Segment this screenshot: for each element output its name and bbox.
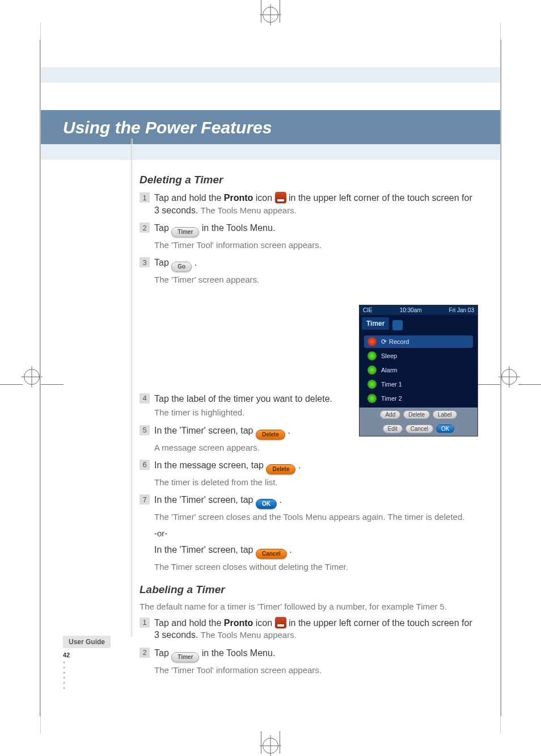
step-body: Tap and hold the Pronto icon in the uppe… (154, 192, 478, 216)
step-number: 2 (140, 222, 150, 233)
step-number: 6 (140, 460, 150, 470)
step-number: 2 (140, 648, 150, 658)
vertical-rule-shadow (132, 138, 133, 637)
step-text: . (195, 258, 197, 267)
step-text: In the message screen, tap (154, 460, 266, 470)
go-pill: Go (171, 262, 192, 272)
step-number: 5 (140, 425, 150, 435)
ss-top-center: 10:30am (400, 307, 422, 313)
step-text: icon (253, 193, 274, 203)
step-row: 3 Tap Go . (140, 257, 478, 272)
repeat-icon: ⟳ (381, 338, 387, 346)
user-guide-label: User Guide (63, 636, 111, 648)
step-sub: The 'Timer Tool' information screen appe… (154, 665, 478, 676)
step-sub-inline: The Tools Menu appears. (201, 205, 297, 215)
step-sub: The Timer screen closes without deleting… (154, 561, 478, 573)
delete-pill: Delete (266, 464, 295, 474)
step-row: 1 Tap and hold the Pronto icon in the up… (140, 192, 478, 216)
step-sub: The 'Timer Tool' information screen appe… (154, 240, 478, 251)
step-body: In the message screen, tap Delete . (154, 459, 478, 474)
step-text: Tap and hold the (154, 618, 224, 628)
step-number: 1 (140, 192, 150, 203)
ss-edit-button: Edit (383, 425, 403, 433)
ss-cancel-button: Cancel (405, 425, 433, 433)
step-row: 2 Tap Timer in the Tools Menu. (140, 222, 478, 237)
step-number: 1 (140, 618, 150, 628)
pronto-icon (275, 192, 286, 203)
step-sub: The 'Timer' screen appears. (154, 274, 478, 285)
dot-icon (367, 394, 377, 403)
step-sub: A message screen appears. (154, 442, 478, 453)
header-band-light-2 (40, 144, 501, 160)
ss-row-label: Alarm (381, 367, 398, 373)
timer-pill: Timer (171, 227, 199, 237)
step-body: Tap Go . (154, 257, 478, 272)
ss-ok-button: OK (436, 425, 454, 433)
step-text: . (289, 545, 291, 555)
step-text: In the 'Timer' screen, tap (154, 426, 256, 435)
step-text: . (279, 495, 281, 505)
dot-icon (367, 380, 377, 389)
header-band-light (40, 67, 501, 83)
page-number: 42 (63, 652, 111, 658)
delete-pill: Delete (256, 430, 285, 440)
step-sub: The 'Timer' screen closes and the Tools … (154, 511, 478, 523)
dot-icon (367, 351, 377, 360)
ss-button-row: Add Delete Label (360, 408, 477, 422)
chapter-title: Using the Power Features (40, 110, 501, 144)
pronto-icon (275, 617, 286, 628)
page-frame: Using the Power Features Deleting a Time… (40, 40, 501, 716)
content-area: Deleting a Timer 1 Tap and hold the Pron… (140, 160, 478, 676)
ss-add-button: Add (380, 410, 400, 419)
page-footer: User Guide 42 •••••• (63, 636, 111, 691)
step-row: 1 Tap and hold the Pronto icon in the up… (140, 617, 478, 641)
ss-label-button: Label (433, 410, 457, 419)
bold-word: Pronto (224, 618, 253, 628)
ss-row-label: Record (389, 338, 409, 345)
timer-pill: Timer (171, 652, 199, 662)
ss-row: Sleep (364, 350, 473, 362)
step-text: Tap (154, 648, 171, 658)
ss-row: Timer 1 (364, 378, 473, 390)
section-heading-deleting: Deleting a Timer (140, 174, 478, 186)
step-body: Tap and hold the Pronto icon in the uppe… (154, 617, 478, 641)
step-body: Tap Timer in the Tools Menu. (154, 222, 478, 237)
dot-icon (367, 366, 377, 375)
ss-tab-icon (392, 320, 403, 330)
or-separator: -or- (154, 528, 478, 538)
step-row: In the 'Timer' screen, tap Cancel . (154, 544, 478, 559)
bold-word: Pronto (224, 193, 253, 203)
step-number: 7 (140, 494, 150, 505)
step-text: . (288, 426, 290, 435)
record-dot-icon (367, 337, 377, 346)
step-text: Tap (154, 258, 171, 267)
step-text: . (298, 460, 301, 470)
decorative-dots: •••••• (63, 661, 111, 691)
step-number: 4 (140, 393, 150, 404)
ss-row: Alarm (364, 364, 473, 376)
step-text: Tap and hold the (154, 193, 224, 203)
step-text: In the 'Timer' screen, tap (154, 495, 256, 505)
step-body: In the 'Timer' screen, tap Cancel . (154, 544, 478, 559)
ss-row-label: Timer 1 (381, 381, 402, 388)
vertical-rule (131, 138, 132, 637)
step-sub: The timer is deleted from the list. (154, 477, 478, 488)
ss-top-right: Fri Jan 03 (449, 307, 474, 313)
step-body: Tap Timer in the Tools Menu. (154, 647, 478, 662)
crop-mark-bottom (261, 731, 280, 756)
step-row: 7 In the 'Timer' screen, tap OK . (140, 494, 478, 509)
ss-row-label: Timer 2 (381, 395, 402, 402)
ss-delete-button: Delete (403, 410, 430, 419)
step-sub-inline: The Tools Menu appears. (201, 630, 297, 640)
cancel-pill: Cancel (256, 549, 287, 559)
step-text: in the Tools Menu. (202, 648, 276, 658)
step-text: Tap (154, 223, 171, 233)
timer-screen-illustration: CIE 10:30am Fri Jan 03 Timer ⟳Record Sle… (359, 305, 478, 436)
step-number: 3 (140, 257, 150, 267)
step-row: 6 In the message screen, tap Delete . (140, 459, 478, 474)
ss-top-left: CIE (363, 307, 373, 313)
ss-row: Timer 2 (364, 392, 473, 405)
ss-row-selected: ⟳Record (364, 335, 473, 348)
ss-row-label: Sleep (381, 352, 397, 359)
step-text: icon (253, 618, 274, 628)
